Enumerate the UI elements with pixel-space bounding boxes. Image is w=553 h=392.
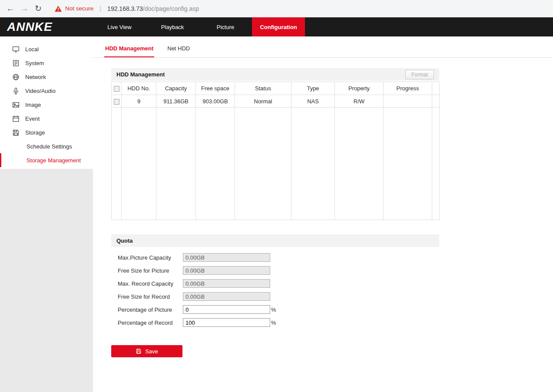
save-icon	[136, 348, 142, 354]
quota-section: Quota Max.Picture Capacity Free Size for…	[111, 234, 439, 357]
address-bar[interactable]: 192.168.3.73/doc/page/config.asp	[107, 5, 199, 12]
field-percentage-record: Percentage of Record %	[111, 316, 439, 329]
sidebar-item-schedule-settings[interactable]: Schedule Settings	[0, 139, 93, 153]
sidebar-item-label: System	[25, 60, 44, 66]
not-secure-label[interactable]: Not secure	[65, 5, 93, 12]
max-picture-capacity-input	[183, 253, 270, 262]
storage-icon	[12, 129, 20, 136]
tab-net-hdd[interactable]: Net HDD	[166, 41, 191, 57]
nav-playback[interactable]: Playback	[146, 17, 199, 36]
table-row[interactable]: 9 911.36GB 903.00GB Normal NAS R/W	[112, 95, 440, 108]
field-max-picture-capacity: Max.Picture Capacity	[111, 251, 439, 264]
cell-progress	[384, 95, 432, 108]
sidebar-item-storage-management[interactable]: Storage Management	[0, 153, 93, 167]
cell-hdd-no: 9	[122, 95, 156, 108]
sidebar-item-label: Video/Audio	[25, 88, 56, 94]
network-icon	[12, 73, 20, 81]
sidebar-menu: Local System Network Video/Audio	[0, 36, 93, 169]
percentage-record-input[interactable]	[183, 318, 270, 327]
col-hdd-no: HDD No.	[122, 82, 156, 95]
sidebar-item-label: Image	[25, 102, 41, 108]
cell-free-space: 903.00GB	[196, 95, 235, 108]
sidebar-item-label: Network	[25, 74, 46, 80]
sidebar-item-video-audio[interactable]: Video/Audio	[0, 84, 93, 98]
tab-bar: HDD Management Net HDD	[93, 36, 553, 58]
percent-suffix: %	[271, 306, 276, 313]
browser-toolbar: ← → ↻ Not secure | 192.168.3.73/doc/page…	[0, 0, 553, 17]
url-path: /doc/page/config.asp	[143, 5, 199, 12]
not-secure-icon	[55, 6, 62, 12]
forward-button[interactable]: →	[20, 4, 29, 13]
sidebar-item-network[interactable]: Network	[0, 70, 93, 84]
annke-logo: ANNKE	[0, 17, 93, 36]
percent-suffix: %	[271, 320, 276, 326]
top-navigation: ANNKE Live View Playback Picture Configu…	[0, 17, 553, 36]
quota-section-title: Quota	[116, 237, 133, 244]
monitor-icon	[12, 46, 20, 53]
field-percentage-picture: Percentage of Picture %	[111, 303, 439, 316]
col-free-space: Free space	[196, 82, 235, 95]
image-icon	[12, 101, 20, 109]
nav-live-view[interactable]: Live View	[93, 17, 146, 36]
url-host: 192.168.3.73	[107, 5, 143, 12]
main-content: HDD Management Net HDD HDD Management Fo…	[93, 36, 553, 392]
video-audio-icon	[12, 87, 20, 95]
col-type: Type	[291, 82, 335, 95]
cell-type: NAS	[291, 95, 335, 108]
cell-property: R/W	[335, 95, 384, 108]
event-icon	[12, 115, 20, 122]
sidebar-item-event[interactable]: Event	[0, 112, 93, 125]
quota-section-header: Quota	[111, 234, 439, 247]
refresh-button[interactable]: ↻	[35, 4, 42, 13]
sidebar: Local System Network Video/Audio	[0, 36, 93, 392]
sidebar-item-storage[interactable]: Storage	[0, 125, 93, 139]
col-status: Status	[235, 82, 291, 95]
select-all-checkbox[interactable]	[114, 86, 119, 92]
col-progress: Progress	[384, 82, 432, 95]
table-header-row: HDD No. Capacity Free space Status Type …	[112, 82, 440, 95]
field-free-size-record: Free Size for Record	[111, 290, 439, 303]
save-button-label: Save	[145, 348, 158, 355]
cell-capacity: 911.36GB	[156, 95, 196, 108]
percentage-picture-input[interactable]	[183, 305, 270, 314]
table-empty-area	[112, 108, 440, 220]
field-free-size-picture: Free Size for Picture	[111, 264, 439, 277]
sidebar-item-local[interactable]: Local	[0, 42, 93, 56]
hdd-table: HDD No. Capacity Free space Status Type …	[111, 82, 440, 220]
tab-hdd-management[interactable]: HDD Management	[104, 41, 154, 57]
sidebar-item-label: Storage	[25, 129, 45, 136]
sidebar-item-system[interactable]: System	[0, 56, 93, 70]
cell-status: Normal	[235, 95, 291, 108]
url-separator: |	[99, 5, 101, 12]
back-button[interactable]: ←	[6, 4, 14, 13]
free-size-record-input	[183, 292, 270, 301]
save-button[interactable]: Save	[111, 345, 182, 357]
nav-picture[interactable]: Picture	[199, 17, 252, 36]
sidebar-item-label: Event	[25, 115, 40, 122]
top-nav-items: Live View Playback Picture Configuration	[93, 17, 305, 36]
hdd-management-section: HDD Management Format HDD No. Capacity F…	[111, 68, 439, 220]
sidebar-item-label: Local	[25, 46, 39, 53]
col-property: Property	[335, 82, 384, 95]
format-button[interactable]: Format	[405, 70, 434, 79]
hdd-row-checkbox[interactable]	[114, 99, 119, 105]
max-record-capacity-input	[183, 279, 270, 288]
hdd-section-title: HDD Management	[116, 71, 165, 78]
system-icon	[12, 59, 20, 67]
free-size-picture-input	[183, 266, 270, 275]
hdd-section-header: HDD Management Format	[111, 68, 439, 81]
nav-configuration[interactable]: Configuration	[252, 17, 305, 36]
sidebar-item-image[interactable]: Image	[0, 98, 93, 112]
field-max-record-capacity: Max. Record Capacity	[111, 277, 439, 290]
col-capacity: Capacity	[156, 82, 196, 95]
